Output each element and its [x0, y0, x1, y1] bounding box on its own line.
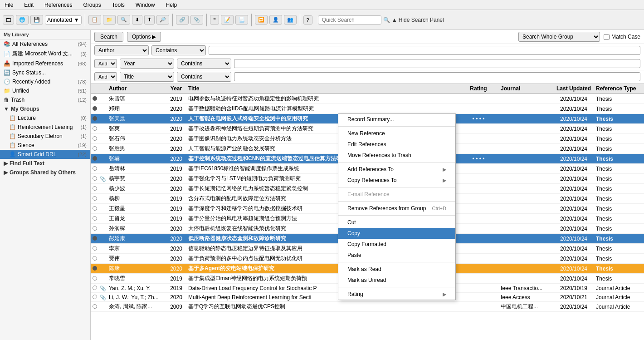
- toolbar-online-btn[interactable]: 🌐: [16, 15, 29, 25]
- rl-icon: 📋: [9, 124, 16, 130]
- read-dot-empty: [93, 206, 97, 211]
- menu-tools[interactable]: Tools: [109, 1, 127, 9]
- find-full-text-header[interactable]: ▶ Find Full Text: [0, 159, 90, 168]
- ctx-item-edit-refs[interactable]: Edit References: [338, 139, 455, 150]
- toolbar-sync-btn[interactable]: 🔁: [255, 15, 268, 25]
- search-row-3: And Title Contains: [91, 70, 644, 84]
- ctx-item-mark-unread[interactable]: Mark as Unread: [338, 275, 455, 286]
- search-row-2: And Year Contains: [91, 57, 644, 70]
- sidebar-item-secondary[interactable]: 📋 Secondary Eletron (1): [0, 132, 90, 141]
- menu-groups[interactable]: Groups: [80, 1, 103, 9]
- col-header-author[interactable]: Author: [107, 85, 166, 92]
- col-header-title[interactable]: Title: [186, 85, 458, 92]
- contains-select-1[interactable]: Contains: [151, 45, 206, 55]
- groups-shared-header[interactable]: ▶ Groups Shared by Others: [0, 168, 90, 177]
- toolbar-import-btn[interactable]: ⬇: [132, 15, 142, 25]
- col-author: 彭延康: [107, 235, 166, 242]
- ctx-item-cut[interactable]: Cut: [338, 217, 455, 228]
- col-dot: [91, 96, 99, 102]
- contains-select-3[interactable]: Contains: [177, 72, 231, 82]
- toolbar-attach-btn[interactable]: 📎: [190, 15, 203, 25]
- ctx-item-record-summary[interactable]: Record Summary...: [338, 114, 455, 125]
- ctx-item-new-ref[interactable]: New Reference: [338, 128, 455, 139]
- toolbar-cite-btn[interactable]: ❝: [210, 15, 219, 25]
- sidebar-item-trash[interactable]: 🗑 Trash (12): [0, 95, 90, 104]
- search-group-select[interactable]: Search Whole Group: [518, 32, 600, 42]
- col-author: 杨柳: [107, 195, 166, 202]
- search-value-1[interactable]: [209, 46, 640, 55]
- toolbar-find-btn[interactable]: 🔍: [117, 15, 130, 25]
- col-author: 常晓雪: [107, 275, 166, 282]
- match-case-checkbox[interactable]: [604, 34, 610, 40]
- sidebar-item-sync[interactable]: 🔄 Sync Status...: [0, 68, 90, 77]
- toolbar-new-btn[interactable]: 🗔: [3, 15, 14, 25]
- col-header-rating[interactable]: Rating: [458, 85, 499, 92]
- sidebar-item-lecture[interactable]: 📋 Lecture (0): [0, 113, 90, 123]
- toolbar-share-btn[interactable]: 👥: [284, 15, 297, 25]
- search-value-3[interactable]: [234, 72, 640, 81]
- toolbar-save-btn[interactable]: 💾: [30, 15, 43, 25]
- group-dropdown[interactable]: Annotated ▼: [45, 15, 82, 25]
- menu-file[interactable]: File: [2, 1, 16, 9]
- ctx-item-move-trash[interactable]: Move References to Trash: [338, 150, 455, 161]
- field-select-2[interactable]: Year: [120, 59, 174, 69]
- sidebar-item-rl[interactable]: 📋 Reinforcement Learing (1): [0, 123, 90, 132]
- contains-select-2[interactable]: Contains: [177, 59, 231, 69]
- toolbar-export-btn[interactable]: ⬆: [144, 15, 155, 25]
- toolbar-insert-btn[interactable]: 📝: [221, 15, 234, 25]
- col-header-year[interactable]: Year: [166, 85, 186, 92]
- menu-references[interactable]: References: [42, 1, 75, 9]
- sidebar-item-msword[interactable]: 📄 新建 Microsoft Word 文... (3): [0, 49, 90, 59]
- toolbar-sep-1: [85, 14, 85, 26]
- toolbar-link-btn[interactable]: 🔗: [176, 15, 189, 25]
- ctx-item-add-refs-to[interactable]: Add References To ▶: [338, 164, 455, 175]
- col-header-reftype[interactable]: Reference Type: [594, 85, 644, 92]
- table-row[interactable]: 郑翔 2020 基于数据驱动的含IIDG配电网短路电流计算模型研究 2020/1…: [91, 104, 644, 114]
- and-select-2[interactable]: And: [94, 59, 117, 68]
- ctx-item-email-ref: E-mail Reference: [338, 189, 455, 200]
- ctx-item-copy-refs-to[interactable]: Copy References To ▶: [338, 175, 455, 186]
- toolbar-copy-lib-btn[interactable]: 📋: [88, 15, 101, 25]
- sidebar-item-sience[interactable]: 📋 Sience (19): [0, 141, 90, 150]
- options-button[interactable]: Options ▶: [127, 32, 161, 42]
- hide-panel-button[interactable]: ▲ Hide Search Panel: [392, 17, 444, 23]
- search-value-2[interactable]: [234, 59, 640, 68]
- menu-edit[interactable]: Edit: [21, 1, 36, 9]
- quick-search-input[interactable]: [318, 15, 381, 25]
- ctx-label: Mark as Read: [347, 266, 381, 272]
- ctx-item-copy[interactable]: Copy: [338, 228, 455, 239]
- field-select-1[interactable]: Author: [94, 45, 149, 55]
- ctx-item-copy-formatted[interactable]: Copy Formatted: [338, 239, 455, 250]
- sidebar-item-imported[interactable]: 📥 Imported References (68): [0, 59, 90, 68]
- sidebar-item-unfiled[interactable]: 📁 Unfiled (51): [0, 86, 90, 95]
- ctx-shortcut: Ctrl+D: [432, 206, 446, 211]
- field-select-3[interactable]: Title: [120, 72, 174, 82]
- col-updated: 2020/10/24: [553, 304, 594, 310]
- toolbar-help-btn[interactable]: ?: [303, 15, 312, 25]
- table-row[interactable]: 余涛, 周斌, 陈家... 2009 基于Q学习的互联电网动态最优CPS控制 中…: [91, 302, 644, 312]
- ctx-item-remove-from-group[interactable]: Remove References from Group Ctrl+D: [338, 203, 455, 214]
- sidebar-item-all-refs[interactable]: 📚 All References (94): [0, 39, 90, 49]
- col-header-journal[interactable]: Journal: [499, 85, 553, 92]
- toolbar-format-btn[interactable]: 📃: [235, 15, 248, 25]
- toolbar-new-group-btn[interactable]: 📁: [103, 15, 116, 25]
- table-row[interactable]: 朱雪琼 2019 电网参数与轨迹特征对暂态功角稳定性的影响机理研究 2020/1…: [91, 94, 644, 104]
- my-groups-header[interactable]: ▼ My Groups: [0, 104, 90, 113]
- toolbar-search2-btn[interactable]: 🔎: [156, 15, 169, 25]
- menu-window[interactable]: Window: [133, 1, 158, 9]
- ctx-item-rating[interactable]: Rating ▶: [338, 289, 455, 300]
- ctx-shortcut: ▶: [443, 291, 446, 297]
- chevron-down-icon: ▼: [74, 17, 79, 23]
- col-reftype: Thesis: [594, 186, 644, 192]
- menu-help[interactable]: Help: [163, 1, 180, 9]
- and-select-3[interactable]: And: [94, 72, 117, 81]
- ctx-item-mark-read[interactable]: Mark as Read: [338, 264, 455, 275]
- sidebar-item-smart-grid[interactable]: 👤 Smart Grid DRL (22): [0, 150, 90, 159]
- sidebar-item-recently-added[interactable]: 🕒 Recently Added (78): [0, 77, 90, 86]
- read-dot-empty: [93, 146, 97, 151]
- search-button[interactable]: Search: [94, 32, 123, 42]
- col-header-updated[interactable]: Last Updated: [553, 85, 594, 92]
- ctx-item-paste[interactable]: Paste: [338, 250, 455, 261]
- toolbar-user-btn[interactable]: 👤: [269, 15, 282, 25]
- col-reftype: Thesis: [594, 176, 644, 182]
